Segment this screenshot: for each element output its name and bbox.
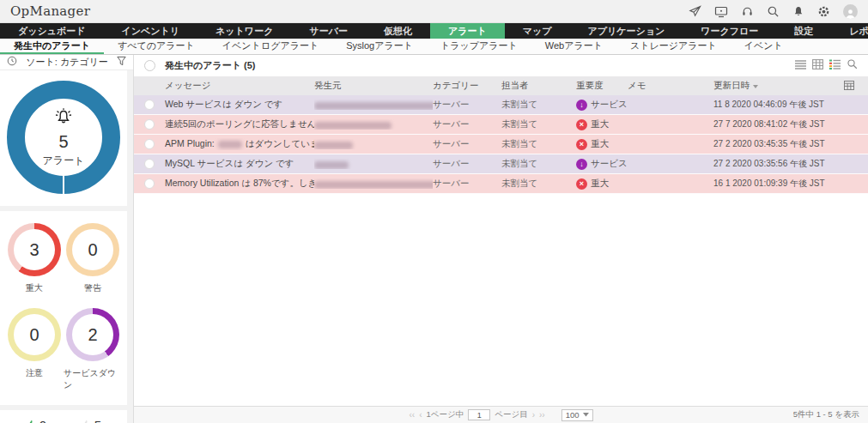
warning-count: 0 — [72, 229, 113, 270]
row-select-radio[interactable] — [144, 119, 155, 130]
alert-assignee: 未割当て — [501, 99, 576, 111]
last-page-icon[interactable]: ›› — [539, 410, 545, 420]
alert-message: 連続5回のポーリングに応答しませんでした — [165, 118, 314, 130]
column-chooser-icon[interactable] — [844, 81, 868, 92]
acknowledged-cell[interactable]: 0 確認 — [9, 418, 64, 423]
nav-maps[interactable]: マップ — [505, 23, 570, 39]
bell-icon[interactable] — [792, 5, 804, 18]
nav-settings[interactable]: 設定 — [776, 23, 831, 39]
headset-icon[interactable] — [741, 5, 754, 18]
row-select-radio[interactable] — [144, 159, 155, 169]
page-of-label: 1ページ中 — [426, 409, 464, 420]
sort-label: ソート: カテゴリー — [17, 56, 117, 69]
table-row[interactable]: MySQL サービスは ダウン です サーバー 未割当て ↓サービス... 27… — [134, 154, 868, 174]
header-source[interactable]: 発生元 — [314, 80, 433, 92]
alert-source-blurred — [314, 100, 433, 110]
prev-page-icon[interactable]: ‹ — [419, 410, 422, 420]
select-all-radio[interactable] — [144, 60, 155, 71]
alert-updated: 16 1 2020 01:09:39 午後 JST — [713, 178, 844, 190]
gauge-critical[interactable]: 3 重大 — [8, 223, 61, 294]
total-alert-count: 5 — [58, 132, 68, 152]
clock-icon[interactable] — [7, 54, 17, 69]
header-message[interactable]: メッセージ — [165, 80, 314, 92]
alert-message: Memory Utilization は 87%です。しきい値(80%)違反で.… — [165, 178, 314, 190]
header-severity[interactable]: 重要度 — [576, 80, 628, 92]
nav-alerts[interactable]: アラート — [430, 23, 505, 39]
row-select-radio[interactable] — [144, 139, 155, 149]
gauge-attention[interactable]: 0 注意 — [8, 308, 61, 391]
alert-message: APM Plugin:はダウンしています。リソースが利... — [165, 138, 314, 150]
top-bar: OpManager — [0, 0, 868, 23]
rocket-icon[interactable] — [689, 5, 701, 18]
nav-dashboard[interactable]: ダッシュボード — [0, 23, 104, 39]
alert-message: MySQL サービスは ダウン です — [165, 158, 314, 170]
card-view-icon[interactable] — [812, 57, 823, 73]
alert-severity: ↓サービス... — [576, 99, 628, 111]
critical-count: 3 — [14, 229, 55, 270]
filter-icon[interactable] — [117, 54, 126, 69]
monitor-icon[interactable] — [714, 5, 728, 18]
header-memo[interactable]: メモ — [628, 80, 713, 92]
table-row[interactable]: APM Plugin:はダウンしています。リソースが利... サーバー 未割当て… — [134, 135, 868, 154]
nav-server[interactable]: サーバー — [291, 23, 366, 39]
servicedown-count: 2 — [72, 314, 113, 355]
total-alerts-donut[interactable]: 5 アラート — [0, 70, 127, 206]
header-category[interactable]: カテゴリー — [433, 80, 501, 92]
alert-category: サーバー — [433, 158, 501, 170]
nav-applications[interactable]: アプリケーション — [569, 23, 683, 39]
thumbs-up-pale-icon — [81, 418, 92, 423]
user-avatar-icon[interactable] — [843, 4, 858, 19]
tab-events[interactable]: イベント — [731, 39, 797, 54]
alert-assignee: 未割当て — [501, 118, 576, 130]
alert-assignee: 未割当て — [501, 138, 576, 150]
alert-updated: 27 7 2020 08:41:02 午後 JST — [713, 118, 844, 130]
critical-icon: × — [576, 139, 587, 150]
acknowledge-summary: 0 確認 5 未確認 — [0, 410, 127, 423]
search-icon[interactable] — [767, 5, 780, 18]
main-nav: ダッシュボード インベントリ ネットワーク サーバー 仮想化 アラート マップ … — [0, 23, 868, 39]
row-select-radio[interactable] — [144, 178, 155, 189]
alarm-bell-icon — [52, 107, 75, 131]
header-updated[interactable]: 更新日時 — [713, 80, 844, 92]
table-row[interactable]: Memory Utilization は 87%です。しきい値(80%)違反で.… — [134, 174, 868, 194]
critical-label: 重大 — [26, 282, 43, 294]
first-page-icon[interactable]: ‹‹ — [409, 410, 415, 420]
alert-source-blurred — [314, 119, 433, 130]
tab-web-alerts[interactable]: Webアラート — [531, 39, 616, 54]
tab-all-alerts[interactable]: すべてのアラート — [104, 39, 209, 54]
tab-trap-alerts[interactable]: トラップアラート — [427, 39, 531, 54]
next-page-icon[interactable]: › — [532, 410, 535, 420]
table-row[interactable]: 連続5回のポーリングに応答しませんでした サーバー 未割当て ×重大 27 7 … — [134, 115, 868, 135]
list-view-icon[interactable] — [795, 57, 806, 73]
attention-count: 0 — [14, 314, 55, 355]
alert-category: サーバー — [433, 178, 501, 190]
header-assignee[interactable]: 担当者 — [501, 80, 576, 92]
nav-inventory[interactable]: インベントリ — [104, 23, 198, 39]
tab-active-alerts[interactable]: 発生中のアラート — [0, 39, 104, 54]
pagination-bar: ‹‹ ‹ 1ページ中 ページ目 › ›› 100 5件中 1 - 5 を表示 — [134, 406, 868, 423]
table-search-icon[interactable] — [847, 57, 858, 73]
table-header: メッセージ 発生元 カテゴリー 担当者 重要度 メモ 更新日時 — [134, 76, 868, 95]
unacknowledged-cell[interactable]: 5 未確認 — [64, 418, 118, 423]
nav-network[interactable]: ネットワーク — [197, 23, 291, 39]
gauge-warning[interactable]: 0 警告 — [66, 223, 119, 294]
tab-storage-alerts[interactable]: ストレージアラート — [616, 39, 731, 54]
table-row[interactable]: Web サービスは ダウン です サーバー 未割当て ↓サービス... 11 8… — [134, 95, 868, 115]
row-select-radio[interactable] — [144, 100, 155, 110]
gear-icon[interactable] — [817, 5, 830, 18]
total-alert-label: アラート — [43, 154, 85, 168]
detail-list-view-icon[interactable] — [829, 57, 841, 73]
alert-category: サーバー — [433, 118, 501, 130]
tab-eventlog-alerts[interactable]: イベントログアラート — [209, 39, 332, 54]
gauge-servicedown[interactable]: 2 サービスダウン — [64, 308, 122, 391]
nav-reports[interactable]: レポート — [831, 23, 868, 39]
nav-workflow[interactable]: ワークフロー — [683, 23, 776, 39]
severity-gauges: 3 重大 0 警告 0 注意 2 サービスダウン — [0, 211, 127, 405]
page-title: 発生中のアラート (5) — [165, 59, 256, 72]
service-down-icon: ↓ — [576, 100, 587, 111]
page-number-input[interactable] — [468, 409, 490, 420]
tab-syslog-alerts[interactable]: Syslogアラート — [332, 39, 427, 54]
page-size-select[interactable]: 100 — [561, 409, 593, 421]
alert-source-blurred — [314, 139, 433, 149]
nav-virtualization[interactable]: 仮想化 — [366, 23, 430, 39]
